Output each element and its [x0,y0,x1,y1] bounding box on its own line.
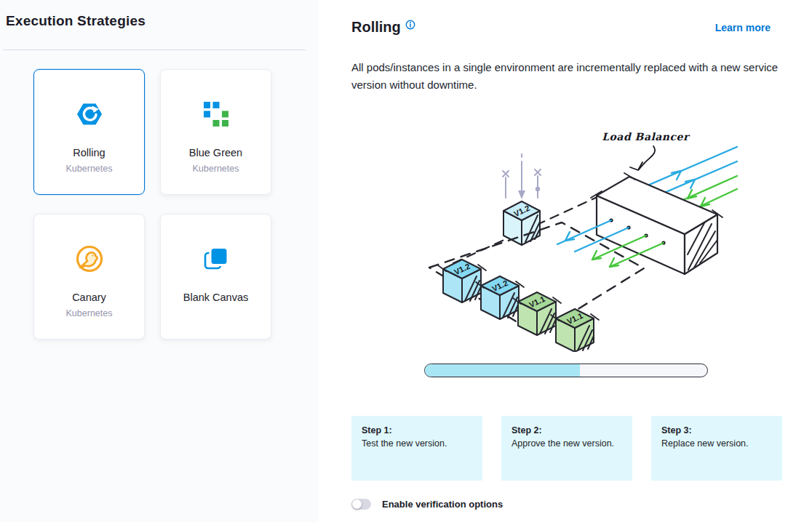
strategy-detail-panel: Rolling Learn more All pods/instances in… [318,0,812,522]
page-title: Execution Strategies [6,13,146,29]
step-box-2: Step 2: Approve the new version. [501,416,632,481]
step-text: Test the new version. [362,438,472,449]
load-balancer-box [591,173,723,274]
blank-canvas-icon [202,244,230,274]
cube-row-1: V1.2 [438,260,486,302]
strategy-card-blank-canvas[interactable]: Blank Canvas [160,214,271,340]
detail-title: Rolling [351,19,401,36]
step-heading: Step 2: [512,425,622,435]
cube-new-single: V1.2 [503,201,540,245]
card-sublabel: Kubernetes [66,308,113,318]
step-list: Step 1: Test the new version. Step 2: Ap… [351,416,782,481]
card-label: Blue Green [189,147,242,158]
load-balancer-label: Load Balancer [602,131,690,142]
execution-strategies-screen: Execution Strategies Rolling Kubernetes [0,0,812,522]
step-heading: Step 3: [661,425,772,435]
verification-toggle[interactable] [351,499,371,510]
card-sublabel: Kubernetes [66,164,113,174]
label-arrow [639,146,655,169]
card-sublabel: Kubernetes [193,164,239,174]
strategy-card-grid: Rolling Kubernetes Blue Green Kubern [33,69,271,340]
toggle-knob [352,499,362,509]
divider [3,49,306,50]
canary-icon [74,244,105,274]
card-label: Rolling [73,147,105,158]
detail-header: Rolling Learn more [351,19,771,36]
step-text: Replace new version. [661,438,772,449]
step-text: Approve the new version. [512,438,622,449]
step-box-1: Step 1: Test the new version. [351,416,482,481]
card-label: Blank Canvas [183,292,248,303]
strategy-card-canary[interactable]: Canary Kubernetes [33,214,145,340]
learn-more-link[interactable]: Learn more [715,22,771,33]
step-heading: Step 1: [362,425,472,435]
strategy-description: All pods/instances in a single environme… [351,59,785,94]
strategy-card-rolling[interactable]: Rolling Kubernetes [33,69,145,195]
rollout-progress-bar [424,364,708,377]
cube-row-3: V1.1 [513,292,561,335]
blue-green-icon [203,99,229,129]
cube-row-4: V1.1 [551,309,599,352]
card-label: Canary [72,292,106,303]
verification-toggle-row: Enable verification options [351,499,503,510]
cube-row-2: V1.2 [476,276,524,319]
progress-fill [425,364,580,377]
info-icon[interactable] [405,20,415,33]
strategy-list-panel: Execution Strategies Rolling Kubernetes [0,0,318,522]
verification-toggle-label: Enable verification options [382,499,503,510]
rolling-icon [76,99,103,129]
step-box-3: Step 3: Replace new version. [651,416,782,481]
rolling-illustration: V1.2 [411,125,739,352]
strategy-card-blue-green[interactable]: Blue Green Kubernetes [160,69,271,195]
